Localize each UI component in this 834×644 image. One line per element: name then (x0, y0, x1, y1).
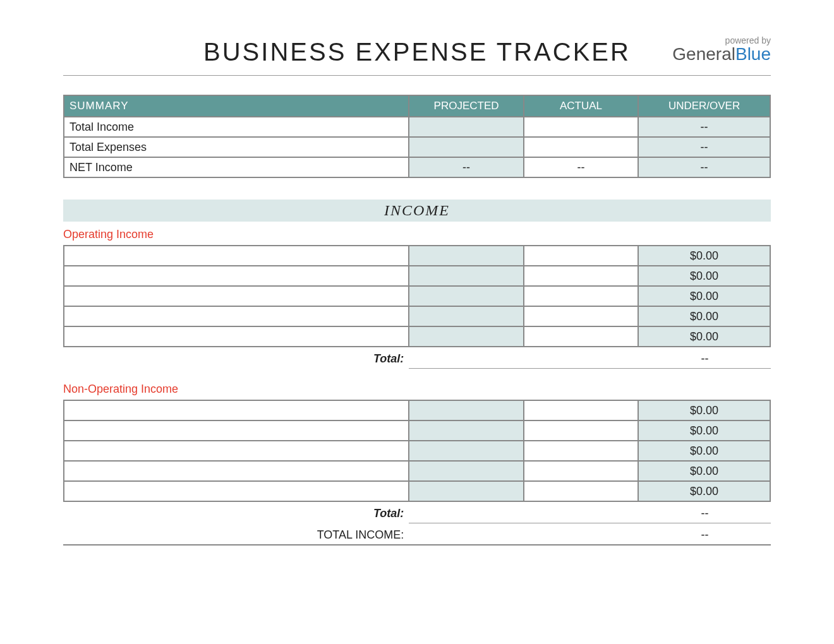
operating-cell-projected[interactable] (409, 246, 523, 266)
table-row: $0.00 (64, 400, 770, 420)
table-row: $0.00 (64, 481, 770, 501)
nonoperating-cell-desc[interactable] (64, 441, 409, 461)
operating-cell-underover: $0.00 (638, 326, 770, 347)
nonoperating-cell-actual[interactable] (524, 461, 638, 481)
nonoperating-cell-actual[interactable] (524, 420, 638, 441)
summary-cell-underover: -- (638, 137, 770, 157)
operating-cell-underover: $0.00 (638, 246, 770, 266)
operating-cell-desc[interactable] (64, 306, 409, 326)
nonoperating-income-table: $0.00$0.00$0.00$0.00$0.00 (63, 400, 771, 502)
nonoperating-cell-underover: $0.00 (638, 481, 770, 501)
nonoperating-cell-projected[interactable] (409, 481, 523, 501)
summary-cell-underover: -- (638, 117, 770, 137)
nonoperating-total-value: -- (639, 504, 771, 523)
header: BUSINESS EXPENSE TRACKER powered by Gene… (63, 38, 771, 76)
nonoperating-cell-desc[interactable] (64, 420, 409, 441)
table-row: $0.00 (64, 326, 770, 347)
summary-row: Total Income -- (64, 117, 770, 137)
nonoperating-cell-projected[interactable] (409, 420, 523, 441)
nonoperating-cell-underover: $0.00 (638, 420, 770, 441)
operating-cell-projected[interactable] (409, 286, 523, 306)
summary-cell-projected[interactable] (409, 117, 523, 137)
summary-cell-actual[interactable] (524, 117, 638, 137)
operating-total-value: -- (639, 350, 771, 369)
operating-cell-projected[interactable] (409, 266, 523, 286)
summary-row-label: NET Income (64, 157, 409, 177)
summary-header-actual: ACTUAL (524, 95, 638, 117)
table-row: $0.00 (64, 306, 770, 326)
nonoperating-total-blank (524, 504, 639, 523)
nonoperating-cell-projected[interactable] (409, 461, 523, 481)
nonoperating-cell-underover: $0.00 (638, 400, 770, 420)
logo-blue: Blue (735, 44, 771, 64)
operating-cell-desc[interactable] (64, 266, 409, 286)
operating-cell-actual[interactable] (524, 326, 638, 347)
summary-header-row: SUMMARY PROJECTED ACTUAL UNDER/OVER (64, 95, 770, 117)
nonoperating-cell-underover: $0.00 (638, 461, 770, 481)
nonoperating-cell-projected[interactable] (409, 400, 523, 420)
total-income-blank (524, 526, 639, 545)
page-title: BUSINESS EXPENSE TRACKER (63, 38, 771, 66)
summary-row-label: Total Expenses (64, 137, 409, 157)
summary-row-label: Total Income (64, 117, 409, 137)
operating-cell-projected[interactable] (409, 306, 523, 326)
operating-cell-underover: $0.00 (638, 266, 770, 286)
summary-row: NET Income -- -- -- (64, 157, 770, 177)
nonoperating-total-blank (409, 504, 524, 523)
operating-total-row: Total: -- (63, 350, 771, 369)
summary-cell-projected: -- (409, 157, 523, 177)
brand-logo: powered by GeneralBlue (672, 35, 771, 64)
nonoperating-cell-desc[interactable] (64, 461, 409, 481)
summary-header-label: SUMMARY (64, 95, 409, 117)
operating-cell-underover: $0.00 (638, 286, 770, 306)
summary-header-projected: PROJECTED (409, 95, 523, 117)
summary-cell-actual[interactable] (524, 137, 638, 157)
total-income-value: -- (639, 526, 771, 545)
operating-cell-desc[interactable] (64, 246, 409, 266)
operating-cell-actual[interactable] (524, 266, 638, 286)
nonoperating-cell-desc[interactable] (64, 481, 409, 501)
nonoperating-total-label: Total: (63, 504, 409, 523)
total-income-row: TOTAL INCOME: -- (63, 526, 771, 546)
summary-cell-actual: -- (524, 157, 638, 177)
operating-cell-underover: $0.00 (638, 306, 770, 326)
operating-cell-projected[interactable] (409, 326, 523, 347)
table-row: $0.00 (64, 461, 770, 481)
operating-cell-desc[interactable] (64, 286, 409, 306)
nonoperating-cell-actual[interactable] (524, 400, 638, 420)
operating-cell-actual[interactable] (524, 286, 638, 306)
table-row: $0.00 (64, 266, 770, 286)
total-income-label: TOTAL INCOME: (63, 526, 409, 545)
nonoperating-cell-actual[interactable] (524, 441, 638, 461)
summary-row: Total Expenses -- (64, 137, 770, 157)
table-row: $0.00 (64, 246, 770, 266)
logo-text: GeneralBlue (672, 44, 771, 64)
summary-header-underover: UNDER/OVER (638, 95, 770, 117)
nonoperating-cell-underover: $0.00 (638, 441, 770, 461)
nonoperating-cell-actual[interactable] (524, 481, 638, 501)
operating-total-blank (524, 350, 639, 369)
table-row: $0.00 (64, 286, 770, 306)
operating-cell-desc[interactable] (64, 326, 409, 347)
summary-table: SUMMARY PROJECTED ACTUAL UNDER/OVER Tota… (63, 95, 771, 178)
logo-general: General (672, 44, 735, 64)
nonoperating-cell-desc[interactable] (64, 400, 409, 420)
income-section-title: INCOME (63, 200, 771, 222)
summary-cell-underover: -- (638, 157, 770, 177)
nonoperating-total-row: Total: -- (63, 504, 771, 523)
operating-total-blank (409, 350, 524, 369)
operating-income-heading: Operating Income (63, 228, 771, 241)
operating-income-table: $0.00$0.00$0.00$0.00$0.00 (63, 245, 771, 347)
nonoperating-income-heading: Non-Operating Income (63, 383, 771, 396)
total-income-blank (409, 526, 524, 545)
table-row: $0.00 (64, 441, 770, 461)
operating-cell-actual[interactable] (524, 246, 638, 266)
operating-cell-actual[interactable] (524, 306, 638, 326)
nonoperating-cell-projected[interactable] (409, 441, 523, 461)
operating-total-label: Total: (63, 350, 409, 369)
summary-cell-projected[interactable] (409, 137, 523, 157)
table-row: $0.00 (64, 420, 770, 441)
